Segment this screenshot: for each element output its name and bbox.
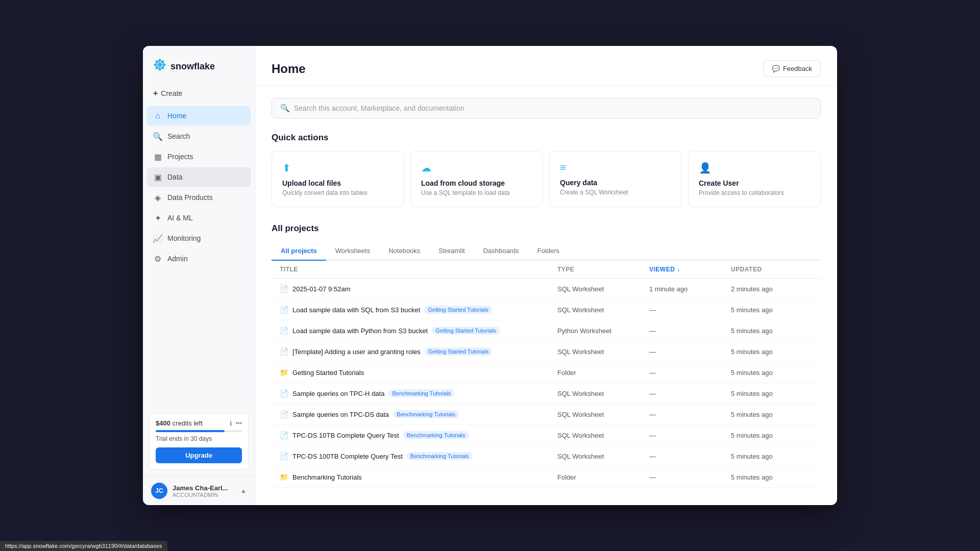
sidebar-item-data-products[interactable]: ◈ Data Products bbox=[147, 188, 251, 207]
sidebar-item-monitoring[interactable]: 📈 Monitoring bbox=[147, 229, 251, 248]
quick-actions-title: Quick actions bbox=[272, 133, 821, 143]
info-icon[interactable]: ℹ bbox=[230, 420, 232, 427]
action-card-3[interactable]: 👤 Create User Provide access to collabor… bbox=[688, 151, 821, 207]
credits-amount: $400 bbox=[156, 419, 170, 427]
create-label: Create bbox=[161, 89, 182, 97]
row-title-text-5: Sample queries on TPC-H data bbox=[292, 390, 384, 397]
sidebar-item-data[interactable]: ▣ Data bbox=[147, 167, 251, 187]
quick-actions-grid: ⬆ Upload local files Quickly convert dat… bbox=[272, 151, 821, 207]
sidebar-item-home[interactable]: ⌂ Home bbox=[147, 106, 251, 126]
tab-worksheets[interactable]: Worksheets bbox=[326, 242, 379, 261]
row-badge: Getting Started Tutorials bbox=[424, 306, 492, 314]
data-products-icon: ◈ bbox=[153, 193, 162, 202]
row-updated-4: 5 minutes ago bbox=[731, 369, 813, 377]
row-title-text-4: Getting Started Tutorials bbox=[292, 369, 364, 377]
document-icon: 📄 bbox=[280, 410, 288, 418]
row-title-0: 📄 2025-01-07 9:52am bbox=[280, 285, 557, 293]
sidebar-item-label-projects: Projects bbox=[167, 153, 193, 161]
table-row[interactable]: 📄 Load sample data with SQL from S3 buck… bbox=[272, 299, 821, 320]
row-title-text-1: Load sample data with SQL from S3 bucket bbox=[292, 306, 420, 314]
table-row[interactable]: 📄 2025-01-07 9:52am SQL Worksheet 1 minu… bbox=[272, 279, 821, 299]
action-icon-1: ☁ bbox=[421, 162, 532, 174]
table-row[interactable]: 📄 Sample queries on TPC-H data Benchmark… bbox=[272, 383, 821, 404]
sidebar-item-search[interactable]: 🔍 Search bbox=[147, 127, 251, 146]
sidebar-item-label-home: Home bbox=[167, 112, 186, 120]
user-menu[interactable]: JC James Cha-Earl... ACCOUNTADMIN ▲ bbox=[143, 476, 255, 505]
upgrade-button[interactable]: Upgrade bbox=[156, 447, 242, 463]
create-button[interactable]: + Create bbox=[143, 85, 255, 106]
action-card-2[interactable]: ≡ Query data Create a SQL Worksheet bbox=[549, 151, 682, 207]
row-badge: Benchmarking Tutorials bbox=[393, 410, 459, 418]
main-header: Home 💬 Feedback bbox=[255, 46, 837, 86]
tab-streamlit[interactable]: Streamlit bbox=[429, 242, 474, 261]
sidebar-item-projects[interactable]: ▦ Projects bbox=[147, 147, 251, 166]
logo: snowflake bbox=[143, 46, 255, 85]
more-icon[interactable]: ••• bbox=[235, 420, 242, 427]
row-title-1: 📄 Load sample data with SQL from S3 buck… bbox=[280, 306, 557, 314]
document-icon: 📄 bbox=[280, 431, 288, 439]
credits-label: credits left bbox=[173, 419, 203, 427]
table-row[interactable]: 📄 TPC-DS 100TB Complete Query Test Bench… bbox=[272, 446, 821, 467]
row-updated-6: 5 minutes ago bbox=[731, 411, 813, 418]
row-title-7: 📄 TPC-DS 10TB Complete Query Test Benchm… bbox=[280, 431, 557, 439]
row-viewed-5: — bbox=[649, 390, 731, 397]
row-title-5: 📄 Sample queries on TPC-H data Benchmark… bbox=[280, 389, 557, 397]
credits-icons: ℹ ••• bbox=[230, 420, 242, 427]
table-row[interactable]: 📄 [Template] Adding a user and granting … bbox=[272, 341, 821, 362]
search-icon: 🔍 bbox=[280, 104, 290, 113]
search-bar[interactable]: 🔍 Search this account, Marketplace, and … bbox=[272, 98, 821, 118]
row-title-4: 📁 Getting Started Tutorials bbox=[280, 368, 557, 377]
projects-tabs: All projectsWorksheetsNotebooksStreamlit… bbox=[272, 242, 821, 261]
row-title-text-7: TPC-DS 10TB Complete Query Test bbox=[292, 432, 399, 439]
table-row[interactable]: 📁 Benchmarking Tutorials Folder — 5 minu… bbox=[272, 467, 821, 488]
row-badge: Benchmarking Tutorials bbox=[407, 452, 473, 460]
projects-table: TITLETYPEVIEWED ↓UPDATED 📄 2025-01-07 9:… bbox=[272, 261, 821, 488]
row-type-2: Python Worksheet bbox=[557, 327, 649, 335]
row-type-6: SQL Worksheet bbox=[557, 411, 649, 418]
tab-all[interactable]: All projects bbox=[272, 242, 326, 261]
row-type-7: SQL Worksheet bbox=[557, 432, 649, 439]
page-title: Home bbox=[272, 62, 306, 76]
home-icon: ⌂ bbox=[153, 111, 162, 120]
table-row[interactable]: 📄 Load sample data with Python from S3 b… bbox=[272, 320, 821, 341]
table-row[interactable]: 📄 TPC-DS 10TB Complete Query Test Benchm… bbox=[272, 425, 821, 446]
all-projects-title: All projects bbox=[272, 223, 821, 234]
row-viewed-8: — bbox=[649, 453, 731, 460]
document-icon: 📄 bbox=[280, 347, 288, 356]
sidebar-item-admin[interactable]: ⚙ Admin bbox=[147, 249, 251, 268]
user-name: James Cha-Earl... bbox=[173, 484, 235, 492]
action-title-2: Query data bbox=[560, 179, 671, 187]
chevron-up-icon: ▲ bbox=[240, 487, 247, 494]
tab-notebooks[interactable]: Notebooks bbox=[379, 242, 429, 261]
row-updated-0: 2 minutes ago bbox=[731, 285, 813, 293]
feedback-button[interactable]: 💬 Feedback bbox=[763, 60, 821, 77]
logo-text: snowflake bbox=[170, 61, 215, 72]
credits-bar bbox=[156, 430, 242, 432]
row-type-1: SQL Worksheet bbox=[557, 306, 649, 314]
action-card-1[interactable]: ☁ Load from cloud storage Use a SQL temp… bbox=[410, 151, 543, 207]
sidebar-item-label-ai-ml: AI & ML bbox=[167, 214, 193, 222]
sidebar-item-ai-ml[interactable]: ✦ AI & ML bbox=[147, 208, 251, 228]
tab-folders[interactable]: Folders bbox=[528, 242, 569, 261]
row-viewed-1: — bbox=[649, 306, 731, 314]
row-updated-5: 5 minutes ago bbox=[731, 390, 813, 397]
user-info: James Cha-Earl... ACCOUNTADMIN bbox=[173, 484, 235, 498]
table-body: 📄 2025-01-07 9:52am SQL Worksheet 1 minu… bbox=[272, 279, 821, 488]
row-viewed-2: — bbox=[649, 327, 731, 335]
row-title-text-2: Load sample data with Python from S3 buc… bbox=[292, 327, 428, 335]
row-updated-8: 5 minutes ago bbox=[731, 453, 813, 460]
credits-bar-fill bbox=[156, 430, 225, 432]
row-title-text-0: 2025-01-07 9:52am bbox=[292, 285, 350, 293]
action-card-0[interactable]: ⬆ Upload local files Quickly convert dat… bbox=[272, 151, 404, 207]
sidebar-item-label-monitoring: Monitoring bbox=[167, 234, 201, 242]
row-type-4: Folder bbox=[557, 369, 649, 377]
action-desc-3: Provide access to collaborators bbox=[699, 189, 810, 196]
row-viewed-0: 1 minute ago bbox=[649, 285, 731, 293]
tab-dashboards[interactable]: Dashboards bbox=[474, 242, 528, 261]
document-icon: 📄 bbox=[280, 452, 288, 460]
table-row[interactable]: 📁 Getting Started Tutorials Folder — 5 m… bbox=[272, 362, 821, 383]
col-header-viewed[interactable]: VIEWED ↓ bbox=[649, 266, 731, 273]
table-row[interactable]: 📄 Sample queries on TPC-DS data Benchmar… bbox=[272, 404, 821, 425]
document-icon: 📄 bbox=[280, 306, 288, 314]
row-viewed-6: — bbox=[649, 411, 731, 418]
